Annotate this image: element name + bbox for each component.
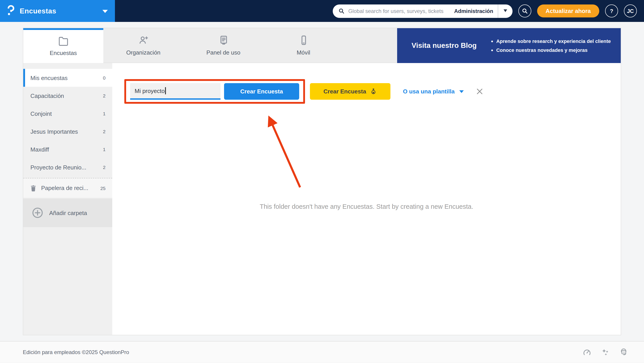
search-scope-caret-icon[interactable] [504,9,507,14]
trash-icon [30,184,37,192]
trash-label: Papelera de reci... [41,185,88,191]
folder-icon [58,35,69,46]
top-bar: Encuestas Global search for users, surve… [0,0,644,22]
folder-label: Proyecto de Reunio... [30,164,86,171]
bullet-dot: • [491,47,493,53]
sidebar-item-conjoint[interactable]: Conjoint 1 [23,105,112,122]
sidebar-item-maxdiff[interactable]: Maxdiff 1 [23,140,112,158]
main-card: Encuestas Organización Panel de uso Móvi… [23,28,621,335]
tab-bar: Encuestas Organización Panel de uso Móvi… [23,28,621,63]
search-icon [338,7,345,14]
blog-bullet: •Aprende sobre research y experiencia de… [491,38,611,44]
sparkles-icon[interactable] [601,348,610,356]
template-link-label: O usa una plantilla [403,88,454,95]
footer-icons [583,348,628,356]
questionpro-logo-icon [6,5,15,17]
main-panel: Mi proyecto Crear Encuesta Crear Encuest… [112,63,621,335]
sidebar-item-jesus-importantes[interactable]: Jesus Importantes 2 [23,122,112,140]
create-survey-button[interactable]: Crear Encuesta [224,83,299,100]
flask-icon [370,88,377,95]
search-placeholder: Global search for users, surveys, ticket… [348,8,450,14]
folder-label: Capacitación [30,92,64,99]
help-button[interactable]: ? [605,4,618,17]
folder-count: 1 [103,111,106,116]
survey-creator-row: Mi proyecto Crear Encuesta Crear Encuest… [124,79,483,104]
trash-count: 25 [100,185,106,191]
close-icon [476,88,483,95]
text-cursor [165,87,166,94]
app-title: Encuestas [20,7,56,15]
folder-count: 2 [103,93,106,98]
add-folder-label: Añadir carpeta [49,209,87,216]
search-submit-button[interactable] [518,4,531,17]
empty-state-message: This folder doesn't have any Encuestas. … [112,203,621,210]
global-search-input[interactable]: Global search for users, surveys, ticket… [333,4,512,18]
blog-banner-title: Visita nuestro Blog [397,41,491,50]
footer: Edición para empleados ©2025 QuestionPro [0,341,644,363]
folder-label: Jesus Importantes [30,128,78,135]
folder-count: 1 [103,147,106,152]
use-template-link[interactable]: O usa una plantilla [403,88,464,95]
upgrade-button[interactable]: Actualizar ahora [537,4,599,17]
folder-count: 2 [103,129,106,134]
folder-label: Conjoint [30,110,52,117]
sidebar-item-mis-encuestas[interactable]: Mis encuestas 0 [23,69,112,87]
blog-banner-bullets: •Aprende sobre research y experiencia de… [491,38,611,53]
tutorial-highlight-box: Mi proyecto Crear Encuesta [124,79,305,104]
survey-name-value: Mi proyecto [134,87,164,94]
questionpro-app: Encuestas Global search for users, surve… [0,0,644,363]
search-scope-label[interactable]: Administración [454,8,493,14]
create-survey-ai-button[interactable]: Crear Encuesta [310,83,390,100]
tab-label: Encuestas [50,49,77,56]
folder-count: 0 [103,75,106,80]
add-folder-button[interactable]: Añadir carpeta [23,198,112,227]
chevron-down-icon [459,90,464,95]
speed-gauge-icon[interactable] [583,348,591,356]
survey-name-input[interactable]: Mi proyecto [130,83,220,100]
tab-encuestas[interactable]: Encuestas [23,28,103,63]
product-switcher[interactable]: Encuestas [0,0,115,22]
usage-panel-icon [218,35,229,46]
folder-label: Maxdiff [30,146,49,153]
add-user-icon [138,35,149,46]
content-row: Mis encuestas 0 Capacitación 2 Conjoint … [23,63,621,335]
tab-movil[interactable]: Móvil [264,28,344,63]
blog-bullet: •Conoce nuestras novedades y mejoras [491,47,611,53]
folder-count: 2 [103,165,106,170]
tab-label: Panel de uso [206,49,240,56]
folder-label: Mis encuestas [30,74,68,81]
tutorial-arrow [112,63,621,335]
avatar[interactable]: JC [624,4,637,17]
top-bar-right: Global search for users, surveys, ticket… [115,0,644,22]
product-switcher-caret-icon [102,9,108,15]
search-icon [522,7,528,14]
folders-sidebar: Mis encuestas 0 Capacitación 2 Conjoint … [23,63,112,335]
tab-organizacion[interactable]: Organización [103,28,183,63]
search-scope-divider [498,4,498,18]
mobile-phone-icon [298,35,309,46]
plus-circle-icon [32,207,44,219]
copyright-text: Edición para empleados ©2025 QuestionPro [23,349,129,355]
tab-panel-de-uso[interactable]: Panel de uso [183,28,264,63]
bullet-dot: • [491,38,493,44]
support-chat-icon[interactable] [620,348,628,356]
sidebar-item-proyecto-de-reunion[interactable]: Proyecto de Reunio... 2 [23,158,112,176]
sidebar-item-capacitacion[interactable]: Capacitación 2 [23,87,112,105]
sidebar-item-trash[interactable]: Papelera de reci... 25 [23,178,112,198]
close-creator-button[interactable] [476,88,483,95]
tab-label: Móvil [297,49,310,56]
blog-banner[interactable]: Visita nuestro Blog •Aprende sobre resea… [397,28,621,63]
tab-label: Organización [126,49,160,56]
